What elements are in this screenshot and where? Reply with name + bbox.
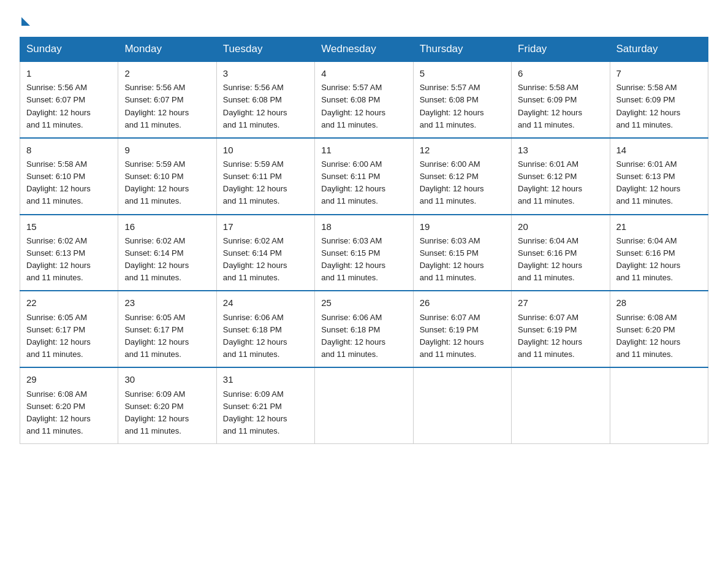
day-number: 6: [518, 66, 603, 80]
calendar-cell: 18Sunrise: 6:03 AMSunset: 6:15 PMDayligh…: [315, 215, 413, 291]
sunrise-info: Sunrise: 5:59 AM: [223, 159, 284, 169]
calendar-cell: 3Sunrise: 5:56 AMSunset: 6:08 PMDaylight…: [216, 61, 314, 138]
calendar-cell: 23Sunrise: 6:05 AMSunset: 6:17 PMDayligh…: [118, 291, 216, 367]
day-number: 23: [124, 296, 210, 310]
sunset-info: Sunset: 6:18 PM: [223, 325, 282, 334]
calendar-cell: 29Sunrise: 6:08 AMSunset: 6:20 PMDayligh…: [20, 367, 118, 443]
daylight-info: Daylight: 12 hoursand 11 minutes.: [124, 108, 189, 129]
sunset-info: Sunset: 6:20 PM: [616, 325, 675, 334]
day-number: 19: [420, 220, 505, 234]
day-number: 24: [223, 296, 308, 310]
sunrise-info: Sunrise: 6:04 AM: [616, 236, 677, 245]
daylight-info: Daylight: 12 hoursand 11 minutes.: [223, 337, 287, 359]
daylight-info: Daylight: 12 hoursand 11 minutes.: [223, 184, 287, 205]
sunset-info: Sunset: 6:14 PM: [124, 248, 183, 258]
logo: [20, 15, 30, 26]
sunrise-info: Sunrise: 6:02 AM: [26, 236, 87, 245]
page-header: [20, 15, 708, 26]
calendar-cell: 15Sunrise: 6:02 AMSunset: 6:13 PMDayligh…: [20, 215, 118, 291]
sunrise-info: Sunrise: 5:57 AM: [321, 83, 382, 92]
daylight-info: Daylight: 12 hoursand 11 minutes.: [616, 337, 681, 359]
daylight-info: Daylight: 12 hoursand 11 minutes.: [223, 108, 287, 129]
sunrise-info: Sunrise: 6:00 AM: [420, 159, 480, 169]
day-number: 20: [518, 220, 603, 234]
daylight-info: Daylight: 12 hoursand 11 minutes.: [321, 108, 385, 129]
day-number: 17: [223, 220, 308, 234]
sunset-info: Sunset: 6:08 PM: [321, 95, 380, 104]
sunrise-info: Sunrise: 6:04 AM: [518, 236, 578, 245]
sunset-info: Sunset: 6:10 PM: [26, 172, 85, 181]
day-number: 9: [124, 143, 210, 157]
sunrise-info: Sunrise: 6:05 AM: [124, 313, 185, 322]
daylight-info: Daylight: 12 hoursand 11 minutes.: [420, 184, 484, 205]
day-number: 26: [420, 296, 505, 310]
sunrise-info: Sunrise: 6:06 AM: [321, 313, 382, 322]
sunrise-info: Sunrise: 6:01 AM: [518, 159, 578, 169]
sunrise-info: Sunrise: 6:07 AM: [518, 313, 578, 322]
calendar-cell: 19Sunrise: 6:03 AMSunset: 6:15 PMDayligh…: [413, 215, 511, 291]
calendar-cell: 22Sunrise: 6:05 AMSunset: 6:17 PMDayligh…: [20, 291, 118, 367]
logo-triangle-icon: [21, 17, 30, 26]
day-number: 7: [616, 66, 702, 80]
week-row: 22Sunrise: 6:05 AMSunset: 6:17 PMDayligh…: [20, 291, 708, 367]
day-number: 11: [321, 143, 406, 157]
daylight-info: Daylight: 12 hoursand 11 minutes.: [26, 414, 91, 435]
day-number: 28: [616, 296, 702, 310]
sunset-info: Sunset: 6:20 PM: [26, 402, 85, 411]
calendar-cell: 9Sunrise: 5:59 AMSunset: 6:10 PMDaylight…: [118, 138, 216, 215]
calendar-cell: 8Sunrise: 5:58 AMSunset: 6:10 PMDaylight…: [20, 138, 118, 215]
day-number: 2: [124, 66, 210, 80]
day-number: 14: [616, 143, 702, 157]
day-number: 25: [321, 296, 406, 310]
daylight-info: Daylight: 12 hoursand 11 minutes.: [518, 184, 582, 205]
calendar-cell: 27Sunrise: 6:07 AMSunset: 6:19 PMDayligh…: [512, 291, 610, 367]
calendar-cell: 24Sunrise: 6:06 AMSunset: 6:18 PMDayligh…: [216, 291, 314, 367]
day-number: 12: [420, 143, 505, 157]
week-row: 8Sunrise: 5:58 AMSunset: 6:10 PMDaylight…: [20, 138, 708, 215]
sunrise-info: Sunrise: 6:09 AM: [223, 389, 284, 399]
daylight-info: Daylight: 12 hoursand 11 minutes.: [26, 184, 91, 205]
sunrise-info: Sunrise: 6:07 AM: [420, 313, 480, 322]
day-of-week-header: Monday: [118, 37, 216, 62]
daylight-info: Daylight: 12 hoursand 11 minutes.: [321, 184, 385, 205]
sunrise-info: Sunrise: 6:06 AM: [223, 313, 284, 322]
day-number: 4: [321, 66, 406, 80]
daylight-info: Daylight: 12 hoursand 11 minutes.: [124, 337, 189, 359]
calendar-cell: 7Sunrise: 5:58 AMSunset: 6:09 PMDaylight…: [610, 61, 708, 138]
sunrise-info: Sunrise: 5:58 AM: [26, 159, 87, 169]
day-number: 31: [223, 372, 308, 386]
sunrise-info: Sunrise: 5:58 AM: [518, 83, 578, 92]
day-number: 29: [26, 372, 112, 386]
sunset-info: Sunset: 6:07 PM: [26, 95, 85, 104]
daylight-info: Daylight: 12 hoursand 11 minutes.: [223, 414, 287, 435]
day-number: 10: [223, 143, 308, 157]
sunset-info: Sunset: 6:15 PM: [420, 248, 479, 258]
sunset-info: Sunset: 6:09 PM: [616, 95, 675, 104]
sunrise-info: Sunrise: 6:02 AM: [124, 236, 185, 245]
calendar-cell: 31Sunrise: 6:09 AMSunset: 6:21 PMDayligh…: [216, 367, 314, 443]
day-of-week-header: Saturday: [610, 37, 708, 62]
daylight-info: Daylight: 12 hoursand 11 minutes.: [420, 108, 484, 129]
daylight-info: Daylight: 12 hoursand 11 minutes.: [616, 108, 681, 129]
daylight-info: Daylight: 12 hoursand 11 minutes.: [518, 337, 582, 359]
calendar-cell: 26Sunrise: 6:07 AMSunset: 6:19 PMDayligh…: [413, 291, 511, 367]
sunset-info: Sunset: 6:18 PM: [321, 325, 380, 334]
sunrise-info: Sunrise: 6:01 AM: [616, 159, 677, 169]
day-of-week-header: Sunday: [20, 37, 118, 62]
day-number: 16: [124, 220, 210, 234]
daylight-info: Daylight: 12 hoursand 11 minutes.: [321, 261, 385, 282]
day-number: 8: [26, 143, 112, 157]
daylight-info: Daylight: 12 hoursand 11 minutes.: [518, 261, 582, 282]
sunrise-info: Sunrise: 6:05 AM: [26, 313, 87, 322]
sunrise-info: Sunrise: 6:02 AM: [223, 236, 284, 245]
sunset-info: Sunset: 6:19 PM: [420, 325, 479, 334]
sunrise-info: Sunrise: 6:08 AM: [616, 313, 677, 322]
daylight-info: Daylight: 12 hoursand 11 minutes.: [26, 261, 91, 282]
calendar-cell: [610, 367, 708, 443]
day-number: 27: [518, 296, 603, 310]
daylight-info: Daylight: 12 hoursand 11 minutes.: [124, 414, 189, 435]
calendar-cell: 20Sunrise: 6:04 AMSunset: 6:16 PMDayligh…: [512, 215, 610, 291]
sunrise-info: Sunrise: 5:57 AM: [420, 83, 480, 92]
day-number: 3: [223, 66, 308, 80]
calendar-cell: 2Sunrise: 5:56 AMSunset: 6:07 PMDaylight…: [118, 61, 216, 138]
